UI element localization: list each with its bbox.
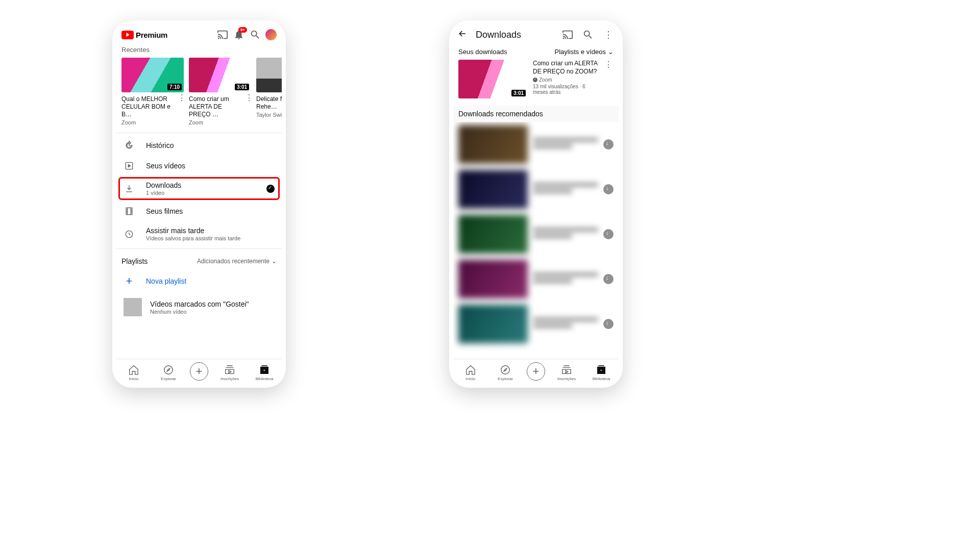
notifications-icon[interactable]: 9+ [233, 29, 245, 41]
library-screen: Premium 9+ Recentes 7:10 Qual o MELHOR C… [112, 20, 286, 388]
notif-badge: 9+ [238, 27, 247, 33]
video-title: Como criar um ALERTA DE PREÇO no ZOOM? [533, 60, 598, 76]
filter-dropdown[interactable]: Playlists e vídeos ⌄ [555, 48, 614, 56]
video-meta: 13 mil visualizações · 6 meses atrás [533, 84, 598, 95]
video-title: Delicate Mu… Dance Rehe… [256, 95, 282, 111]
recent-heading: Recentes [116, 46, 282, 58]
bottom-nav: Início Explorar + Inscrições Biblioteca [116, 359, 282, 388]
plus-icon: + [124, 274, 135, 288]
nav-create[interactable]: + [526, 362, 546, 383]
liked-playlist-row[interactable]: Vídeos marcados com "Gostei" Nenhum víde… [116, 293, 282, 321]
nav-explore[interactable]: Explorar [491, 364, 520, 381]
video-thumbnail [458, 260, 528, 298]
download-button[interactable] [603, 229, 614, 239]
video-thumbnail: 7:10 [121, 58, 184, 92]
check-icon [266, 185, 275, 193]
duration-badge: 3:01 [235, 84, 249, 90]
film-icon [124, 206, 135, 216]
more-icon[interactable]: ⋮ [603, 60, 614, 98]
video-thumbnail [458, 170, 528, 209]
movies-row[interactable]: Seus filmes [116, 201, 282, 221]
download-button[interactable] [603, 139, 614, 149]
video-thumbnail: 3:01 [458, 60, 528, 98]
plus-circle-icon: + [190, 362, 208, 381]
nav-home[interactable]: Início [119, 364, 148, 381]
recommended-row[interactable] [453, 257, 619, 302]
play-square-icon [124, 161, 135, 171]
more-icon[interactable]: ⋮ [245, 95, 251, 101]
nav-create[interactable]: + [189, 362, 209, 383]
page-title: Downloads [476, 30, 553, 40]
recent-videos-row[interactable]: 7:10 Qual o MELHOR CELULAR BOM e B… ⋮ Zo… [116, 58, 282, 131]
nav-library[interactable]: Biblioteca [250, 364, 279, 381]
avatar[interactable] [265, 29, 277, 40]
youtube-icon [121, 31, 134, 39]
video-card[interactable]: Delicate Mu… Dance Rehe… Taylor Swift [256, 58, 282, 126]
downloads-top-bar: Downloads ⋮ [453, 26, 619, 46]
history-icon [124, 140, 135, 151]
nav-subscriptions[interactable]: Inscrições [215, 364, 244, 381]
recommended-row[interactable] [453, 212, 619, 257]
download-button[interactable] [603, 274, 614, 284]
svg-point-4 [501, 365, 510, 374]
downloads-subheader: Seus downloads Playlists e vídeos ⌄ [453, 46, 619, 60]
channel-name: Zoom [121, 119, 184, 126]
video-title: Como criar um ALERTA DE PREÇO … [189, 95, 245, 118]
plus-circle-icon: + [527, 362, 545, 381]
video-title: Qual o MELHOR CELULAR BOM e B… [121, 95, 178, 118]
channel-name: Zoom [189, 119, 251, 126]
recommended-row[interactable] [453, 167, 619, 212]
downloads-row[interactable]: Downloads 1 vídeo [118, 177, 280, 200]
downloads-screen: Downloads ⋮ Seus downloads Playlists e v… [449, 20, 623, 388]
top-bar: Premium 9+ [116, 26, 282, 46]
more-icon[interactable]: ⋮ [178, 95, 184, 101]
video-thumbnail: 3:01 [189, 58, 251, 92]
your-videos-row[interactable]: Seus vídeos [116, 156, 282, 176]
video-thumbnail [458, 305, 528, 343]
watch-later-row[interactable]: Assistir mais tarde Vídeos salvos para a… [116, 221, 282, 246]
nav-subscriptions[interactable]: Inscrições [552, 364, 581, 381]
search-icon[interactable] [249, 29, 261, 41]
nav-explore[interactable]: Explorar [154, 364, 183, 381]
cast-icon[interactable] [216, 29, 229, 41]
playlists-sort[interactable]: Adicionados recentemente ⌄ [197, 258, 277, 265]
download-icon [124, 184, 135, 194]
svg-point-3 [164, 365, 173, 374]
search-icon[interactable] [582, 29, 594, 41]
more-icon[interactable]: ⋮ [602, 29, 615, 41]
chevron-down-icon: ⌄ [272, 258, 277, 265]
recommended-header: Downloads recomendados [453, 106, 619, 122]
history-row[interactable]: Histórico [116, 135, 282, 156]
channel-name: Taylor Swift [256, 112, 282, 118]
verified-icon [533, 78, 537, 82]
nav-home[interactable]: Início [456, 364, 485, 381]
download-button[interactable] [603, 184, 614, 194]
video-thumbnail [458, 215, 528, 254]
video-thumbnail [256, 58, 282, 92]
recommended-row[interactable] [453, 302, 619, 346]
downloaded-video-row[interactable]: 3:01 Como criar um ALERTA DE PREÇO no ZO… [453, 60, 619, 106]
video-card[interactable]: 7:10 Qual o MELHOR CELULAR BOM e B… ⋮ Zo… [121, 58, 184, 126]
channel-name: Zoom [533, 77, 598, 83]
your-downloads-label: Seus downloads [458, 48, 555, 56]
new-playlist-button[interactable]: + Nova playlist [116, 269, 282, 293]
duration-badge: 3:01 [511, 90, 526, 96]
cast-icon[interactable] [561, 29, 574, 41]
back-button[interactable] [457, 29, 468, 41]
playlists-header: Playlists Adicionados recentemente ⌄ [116, 251, 282, 269]
nav-library[interactable]: Biblioteca [587, 364, 616, 381]
recommended-row[interactable] [453, 122, 619, 167]
playlist-thumbnail [124, 298, 142, 316]
youtube-logo[interactable]: Premium [121, 31, 167, 39]
chevron-down-icon: ⌄ [608, 48, 614, 56]
duration-badge: 7:10 [167, 84, 182, 90]
download-button[interactable] [603, 319, 614, 329]
premium-label: Premium [136, 31, 167, 39]
clock-icon [124, 229, 135, 239]
video-thumbnail [458, 125, 528, 164]
video-card[interactable]: 3:01 Como criar um ALERTA DE PREÇO … ⋮ Z… [189, 58, 251, 126]
bottom-nav: Início Explorar + Inscrições Biblioteca [453, 359, 619, 388]
